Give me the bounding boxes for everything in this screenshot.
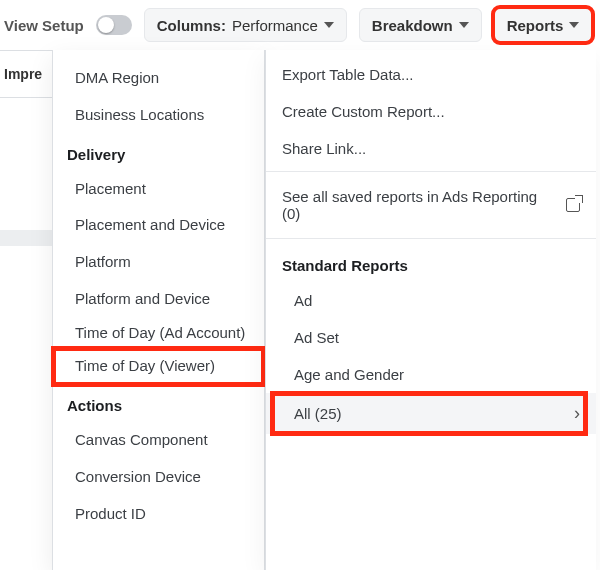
reports-action-share-link[interactable]: Share Link... [266,130,596,167]
column-header-text: Impre [4,66,42,82]
view-setup-label: View Setup [4,17,84,34]
menu-item-label: Ad Set [294,329,339,346]
reports-item-ad[interactable]: Ad [266,282,596,319]
breakdown-button[interactable]: Breakdown [359,8,482,42]
breakdown-item-dma-region[interactable]: DMA Region [53,60,264,97]
breakdown-item-business-locations[interactable]: Business Locations [53,97,264,134]
reports-item-ad-set[interactable]: Ad Set [266,319,596,356]
menu-item-label: Age and Gender [294,366,404,383]
reports-action-export-table[interactable]: Export Table Data... [266,56,596,93]
breakdown-menu-panel: DMA Region Business Locations Delivery P… [52,50,265,570]
external-link-icon [566,198,580,212]
reports-section-standard: Standard Reports [266,243,596,282]
view-setup-toggle[interactable] [96,15,132,35]
breakdown-item-canvas-component[interactable]: Canvas Component [53,422,264,459]
reports-saved-link[interactable]: See all saved reports in Ads Reporting (… [266,176,596,234]
breakdown-item-placement-device[interactable]: Placement and Device [53,207,264,244]
menu-item-label: Create Custom Report... [282,103,445,120]
table-row [0,230,52,246]
menu-item-label: Share Link... [282,140,366,157]
column-header-impressions: Impre [0,50,52,98]
menu-item-label: See all saved reports in Ads Reporting (… [282,188,558,222]
menu-item-label: All (25) [294,405,342,422]
breakdown-item-conversion-device[interactable]: Conversion Device [53,459,264,496]
breakdown-item-placement[interactable]: Placement [53,171,264,208]
menu-item-label: Export Table Data... [282,66,413,83]
reports-action-create-custom[interactable]: Create Custom Report... [266,93,596,130]
breakdown-item-platform[interactable]: Platform [53,244,264,281]
breakdown-section-delivery: Delivery [53,134,264,171]
toolbar: View Setup Columns: Performance Breakdow… [0,4,600,46]
breakdown-item-time-of-day-ad-account[interactable]: Time of Day (Ad Account) [53,318,264,349]
columns-button[interactable]: Columns: Performance [144,8,347,42]
breakdown-label-text: Breakdown [372,17,453,34]
reports-button[interactable]: Reports [494,8,593,42]
reports-menu-panel: Export Table Data... Create Custom Repor… [265,50,596,570]
reports-label-text: Reports [507,17,564,34]
menu-separator [266,171,596,172]
columns-label-text: Columns: [157,17,226,34]
breakdown-item-time-of-day-viewer[interactable]: Time of Day (Viewer) [53,348,264,385]
breakdown-item-platform-device[interactable]: Platform and Device [53,281,264,318]
breakdown-item-product-id[interactable]: Product ID [53,496,264,533]
caret-down-icon [459,22,469,28]
columns-value-text: Performance [232,17,318,34]
menu-item-label: Ad [294,292,312,309]
breakdown-section-actions: Actions [53,385,264,422]
chevron-right-icon: › [574,403,580,424]
reports-item-all[interactable]: All (25) › [266,393,596,434]
reports-item-age-gender[interactable]: Age and Gender [266,356,596,393]
caret-down-icon [324,22,334,28]
menu-separator [266,238,596,239]
caret-down-icon [569,22,579,28]
